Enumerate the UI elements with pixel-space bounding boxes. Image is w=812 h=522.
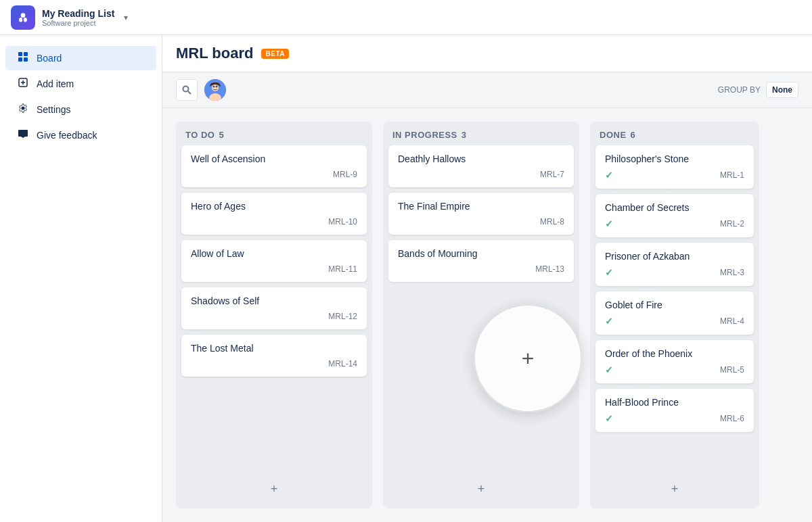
card-title: Chamber of Secrets [605, 202, 744, 213]
table-row[interactable]: Chamber of Secrets✓MRL-2 [595, 194, 754, 237]
table-row[interactable]: Shadows of SelfMRL-12 [181, 287, 367, 329]
svg-rect-3 [18, 52, 22, 56]
card-id: MRL-2 [720, 219, 744, 229]
table-row[interactable]: Prisoner of Azkaban✓MRL-3 [595, 243, 754, 286]
table-row[interactable]: Half-Blood Prince✓MRL-6 [595, 389, 754, 432]
card-title: Hero of Ages [191, 201, 357, 212]
card-bottom-row: MRL-9 [191, 170, 357, 179]
sidebar-settings-label: Settings [37, 104, 71, 115]
card-title: Order of the Phoenix [605, 348, 744, 359]
card-title: The Lost Metal [191, 343, 357, 354]
column-count-done: 6 [631, 130, 635, 140]
sidebar-item-settings[interactable]: Settings [5, 97, 156, 122]
table-row[interactable]: Order of the Phoenix✓MRL-5 [595, 340, 754, 383]
svg-point-17 [216, 86, 218, 88]
card-id: MRL-7 [540, 170, 564, 179]
column-header-todo: TO DO 5 [176, 122, 372, 145]
done-check-icon: ✓ [605, 413, 613, 424]
done-check-icon: ✓ [605, 170, 613, 181]
table-row[interactable]: Hero of AgesMRL-10 [181, 193, 367, 235]
table-row[interactable]: Bands of MourningMRL-13 [388, 240, 574, 282]
card-bottom-row: MRL-13 [398, 264, 564, 274]
svg-point-0 [21, 13, 26, 18]
board-header: MRL board BETA [162, 35, 812, 72]
app-logo [11, 5, 35, 30]
card-bottom-row: MRL-8 [398, 217, 564, 227]
card-id: MRL-12 [328, 312, 357, 321]
card-title: Deathly Hallows [398, 153, 564, 164]
add-card-button-done[interactable]: + [595, 475, 754, 503]
table-row[interactable]: Goblet of Fire✓MRL-4 [595, 291, 754, 335]
card-id: MRL-14 [328, 359, 357, 369]
card-bottom-row: MRL-11 [191, 264, 357, 274]
card-bottom-row: ✓MRL-1 [605, 170, 744, 181]
sidebar-item-add-item[interactable]: Add item [5, 72, 156, 96]
group-by-value[interactable]: None [766, 82, 798, 98]
table-row[interactable]: Allow of LawMRL-11 [181, 240, 367, 282]
table-row[interactable]: Deathly HallowsMRL-7 [388, 145, 574, 187]
svg-rect-5 [18, 57, 22, 62]
card-title: Shadows of Self [191, 295, 357, 306]
svg-rect-4 [24, 52, 28, 56]
card-bottom-row: ✓MRL-4 [605, 316, 744, 327]
card-id: MRL-13 [535, 264, 564, 274]
project-chevron-icon[interactable]: ▾ [124, 13, 128, 22]
column-done: DONE 6 Philosopher's Stone✓MRL-1Chamber … [590, 122, 759, 508]
card-id: MRL-1 [720, 170, 744, 180]
card-bottom-row: MRL-10 [191, 217, 357, 227]
toolbar: GROUP BY None [162, 72, 812, 108]
project-type: Software project [42, 19, 114, 27]
cards-list-todo: Well of AscensionMRL-9Hero of AgesMRL-10… [176, 145, 372, 473]
settings-icon [16, 103, 30, 116]
card-title: Allow of Law [191, 248, 357, 259]
svg-point-16 [213, 86, 215, 88]
feedback-icon [16, 128, 30, 142]
avatar[interactable] [204, 79, 226, 101]
sidebar-item-give-feedback[interactable]: Give feedback [5, 123, 156, 147]
card-title: Well of Ascension [191, 153, 357, 164]
done-check-icon: ✓ [605, 218, 613, 229]
project-info: My Reading List Software project [42, 8, 114, 27]
project-name: My Reading List [42, 8, 114, 19]
card-bottom-row: MRL-7 [398, 170, 564, 179]
add-card-button-in-progress[interactable]: + [388, 475, 574, 503]
sidebar-board-label: Board [37, 53, 62, 64]
board-title-row: MRL board BETA [176, 45, 289, 62]
svg-point-10 [22, 107, 25, 110]
card-bottom-row: MRL-14 [191, 359, 357, 369]
toolbar-right: GROUP BY None [718, 82, 798, 98]
table-row[interactable]: Well of AscensionMRL-9 [181, 145, 367, 187]
column-todo: TO DO 5 Well of AscensionMRL-9Hero of Ag… [176, 122, 372, 508]
card-id: MRL-5 [720, 365, 744, 375]
add-card-button-todo[interactable]: + [181, 475, 367, 503]
search-button[interactable] [176, 79, 198, 101]
card-bottom-row: ✓MRL-3 [605, 267, 744, 278]
column-title-todo: TO DO [185, 130, 215, 140]
column-title-done: DONE [600, 130, 627, 140]
cards-list-in-progress: Deathly HallowsMRL-7The Final EmpireMRL-… [383, 145, 579, 473]
sidebar-item-board[interactable]: Board [5, 46, 156, 70]
card-title: The Final Empire [398, 201, 564, 212]
done-check-icon: ✓ [605, 267, 613, 278]
board-area: TO DO 5 Well of AscensionMRL-9Hero of Ag… [162, 108, 812, 522]
card-bottom-row: ✓MRL-5 [605, 364, 744, 375]
column-header-done: DONE 6 [590, 122, 759, 145]
svg-rect-6 [24, 57, 28, 62]
card-title: Half-Blood Prince [605, 397, 744, 408]
beta-badge: BETA [261, 49, 288, 59]
column-count-todo: 5 [219, 130, 223, 140]
card-id: MRL-11 [328, 264, 357, 274]
card-bottom-row: MRL-12 [191, 312, 357, 321]
table-row[interactable]: Philosopher's Stone✓MRL-1 [595, 145, 754, 189]
table-row[interactable]: The Lost MetalMRL-14 [181, 335, 367, 377]
cards-list-done: Philosopher's Stone✓MRL-1Chamber of Secr… [590, 145, 759, 473]
table-row[interactable]: The Final EmpireMRL-8 [388, 193, 574, 235]
card-id: MRL-10 [328, 217, 357, 227]
card-title: Philosopher's Stone [605, 153, 744, 164]
card-id: MRL-3 [720, 268, 744, 277]
card-bottom-row: ✓MRL-2 [605, 218, 744, 229]
sidebar-add-item-label: Add item [37, 78, 74, 89]
card-id: MRL-9 [333, 170, 357, 179]
card-title: Prisoner of Azkaban [605, 251, 744, 262]
group-by-label: GROUP BY [718, 85, 761, 95]
